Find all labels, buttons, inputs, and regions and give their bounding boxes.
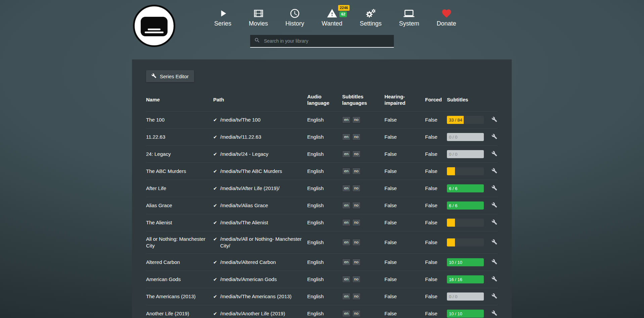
language-badge: no	[352, 310, 361, 317]
check-icon: ✔	[213, 219, 217, 226]
nav-wanted[interactable]: 2246 62 Wanted	[313, 7, 351, 27]
series-path-cell: ✔ /media/tv/All or Nothing- Manchester C…	[213, 231, 307, 254]
subtitles-languages-cell: enno	[342, 163, 384, 180]
series-name: American Gods	[146, 276, 181, 282]
nav-settings[interactable]: Settings	[351, 7, 390, 27]
actions-cell	[492, 197, 498, 214]
nav-history[interactable]: History	[277, 7, 313, 27]
forced-value: False	[425, 117, 438, 123]
actions-cell	[492, 231, 498, 254]
hearing-impaired-value: False	[384, 151, 397, 157]
table-row: The Alienist ✔ /media/tv/The Alienist En…	[146, 214, 498, 231]
subtitles-progress-cell	[447, 231, 492, 254]
actions-cell	[492, 254, 498, 271]
edit-series-wrench-button[interactable]	[492, 202, 497, 208]
forced-value: False	[425, 293, 438, 299]
forced-value: False	[425, 151, 438, 157]
play-icon	[218, 7, 228, 19]
language-badge: no	[352, 276, 361, 283]
laptop-icon	[404, 7, 414, 19]
language-badge: no	[352, 185, 361, 192]
subtitles-progress-bar: 0 / 0	[447, 150, 484, 158]
nav-series[interactable]: Series	[205, 7, 240, 27]
table-row: After Life ✔ /media/tv/After Life (2019)…	[146, 180, 498, 197]
table-row: Another Life (2019) ✔ /media/tv/Another …	[146, 305, 498, 318]
nav-movies-label: Movies	[249, 20, 268, 27]
table-row: Alias Grace ✔ /media/tv/Alias Grace Engl…	[146, 197, 498, 214]
hearing-impaired-cell: False	[384, 163, 425, 180]
series-editor-button-label: Series Editor	[160, 74, 189, 79]
forced-cell: False	[425, 145, 447, 163]
series-name: Alias Grace	[146, 202, 172, 208]
header-actions	[492, 91, 498, 111]
series-path: /media/tv/All or Nothing- Manchester Cit…	[220, 236, 304, 249]
edit-series-wrench-button[interactable]	[492, 185, 497, 191]
language-badge: en	[342, 202, 351, 209]
subtitles-progress-bar	[447, 238, 484, 246]
bazarr-logo[interactable]	[133, 5, 175, 47]
language-badge: en	[342, 117, 351, 123]
forced-cell: False	[425, 128, 447, 145]
hearing-impaired-cell: False	[384, 254, 425, 271]
table-row: The Americans (2013) ✔ /media/tv/The Ame…	[146, 288, 498, 305]
series-path: /media/tv/The ABC Murders	[220, 168, 282, 175]
check-icon: ✔	[213, 185, 217, 192]
clock-icon	[289, 7, 300, 19]
subtitles-progress-bar: 6 / 6	[447, 201, 484, 210]
nav-system[interactable]: System	[390, 7, 428, 27]
subtitles-progress-bar: 10 / 10	[447, 310, 484, 318]
edit-series-wrench-button[interactable]	[492, 293, 497, 299]
series-name: All or Nothing: Manchester City	[146, 236, 205, 248]
language-badge: en	[342, 219, 351, 226]
audio-language-cell: English	[307, 145, 342, 163]
language-badge: en	[342, 168, 351, 175]
subtitles-progress-cell: 0 / 0	[447, 128, 492, 145]
forced-value: False	[425, 168, 438, 174]
audio-language-value: English	[307, 185, 324, 191]
edit-series-wrench-button[interactable]	[492, 239, 497, 245]
audio-language-value: English	[307, 259, 324, 265]
hearing-impaired-value: False	[384, 168, 397, 174]
wrench-icon	[151, 73, 156, 79]
subtitles-languages-cell: enno	[342, 145, 384, 163]
series-path-cell: ✔ /media/tv/American Gods	[213, 271, 307, 288]
series-table-body: The 100 ✔ /media/tv/The 100 English enno…	[146, 111, 498, 318]
series-path-cell: ✔ /media/tv/After Life (2019)/	[213, 180, 307, 197]
edit-series-wrench-button[interactable]	[492, 117, 497, 122]
nav-movies[interactable]: Movies	[240, 7, 277, 27]
language-badge: en	[342, 185, 351, 192]
series-name-cell: The 100	[146, 111, 213, 128]
series-editor-button[interactable]: Series Editor	[146, 70, 194, 82]
edit-series-wrench-button[interactable]	[492, 168, 497, 174]
edit-series-wrench-button[interactable]	[492, 151, 497, 156]
actions-cell	[492, 163, 498, 180]
subtitles-progress-cell: 6 / 6	[447, 180, 492, 197]
edit-series-wrench-button[interactable]	[492, 134, 497, 139]
nav-donate[interactable]: Donate	[428, 7, 465, 27]
subtitles-progress-label: 33 / 84	[449, 117, 462, 122]
hearing-impaired-cell: False	[384, 128, 425, 145]
edit-series-wrench-button[interactable]	[492, 259, 497, 265]
subtitles-languages-cell: enno	[342, 214, 384, 231]
search-input[interactable]	[263, 38, 390, 44]
edit-series-wrench-button[interactable]	[492, 310, 497, 316]
subtitles-progress-label: 0 / 0	[449, 134, 457, 139]
header-path: Path	[213, 91, 307, 111]
hearing-impaired-value: False	[384, 293, 397, 299]
language-badge: no	[352, 134, 361, 140]
hearing-impaired-cell: False	[384, 180, 425, 197]
subtitles-languages-cell: enno	[342, 128, 384, 145]
check-icon: ✔	[213, 168, 217, 175]
language-badge: no	[352, 259, 361, 266]
edit-series-wrench-button[interactable]	[492, 219, 497, 225]
actions-cell	[492, 271, 498, 288]
subtitles-languages-cell: enno	[342, 254, 384, 271]
hearing-impaired-cell: False	[384, 111, 425, 128]
subtitles-progress-label: 10 / 10	[449, 311, 462, 316]
series-path: /media/tv/11.22.63	[220, 134, 261, 140]
subtitles-progress-label: 0 / 0	[449, 294, 457, 299]
hearing-impaired-cell: False	[384, 231, 425, 254]
series-name: The 100	[146, 117, 165, 123]
edit-series-wrench-button[interactable]	[492, 276, 497, 282]
hearing-impaired-cell: False	[384, 197, 425, 214]
